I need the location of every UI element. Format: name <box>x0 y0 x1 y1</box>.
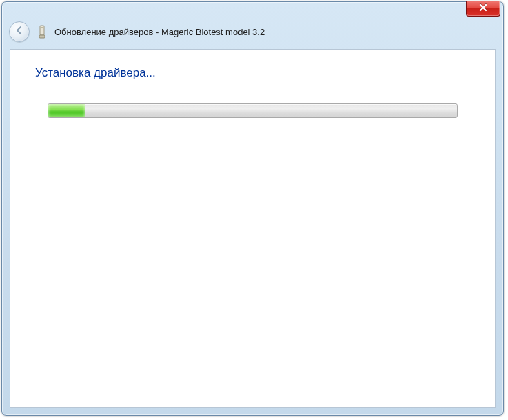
content-panel: Установка драйвера... <box>10 49 496 408</box>
svg-rect-1 <box>41 27 43 28</box>
close-button[interactable] <box>466 1 500 17</box>
back-button[interactable] <box>9 21 30 42</box>
svg-rect-2 <box>39 35 45 38</box>
window-frame: Обновление драйверов - Mageric Biotest m… <box>1 1 504 416</box>
progress-fill <box>48 104 85 117</box>
progress-track <box>48 103 458 118</box>
arrow-left-icon <box>14 26 24 38</box>
status-heading: Установка драйвера... <box>35 66 495 80</box>
header-bar: Обновление драйверов - Mageric Biotest m… <box>9 20 496 43</box>
device-icon <box>37 25 48 39</box>
close-icon <box>479 2 487 14</box>
window-title: Обновление драйверов - Mageric Biotest m… <box>54 27 265 37</box>
progress-bar <box>48 103 458 118</box>
